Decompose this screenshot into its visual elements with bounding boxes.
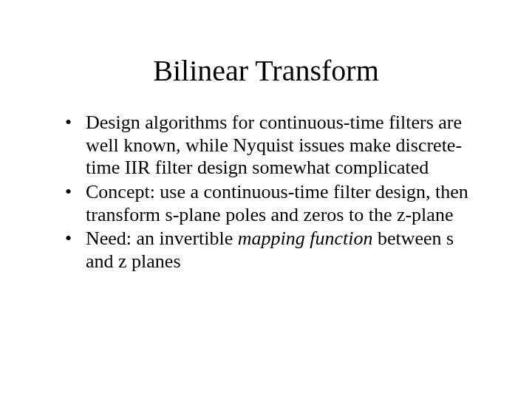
bullet-text: Need: an invertible <box>86 228 238 249</box>
bullet-text-italic: mapping function <box>238 228 373 249</box>
list-item: Design algorithms for continuous-time fi… <box>65 112 479 180</box>
list-item: Concept: use a continuous-time filter de… <box>65 181 479 226</box>
list-item: Need: an invertible mapping function bet… <box>65 228 479 273</box>
slide-body: Design algorithms for continuous-time fi… <box>65 112 479 273</box>
slide-title: Bilinear Transform <box>0 53 532 88</box>
bullet-list: Design algorithms for continuous-time fi… <box>65 112 479 273</box>
slide: Bilinear Transform Design algorithms for… <box>0 53 532 399</box>
